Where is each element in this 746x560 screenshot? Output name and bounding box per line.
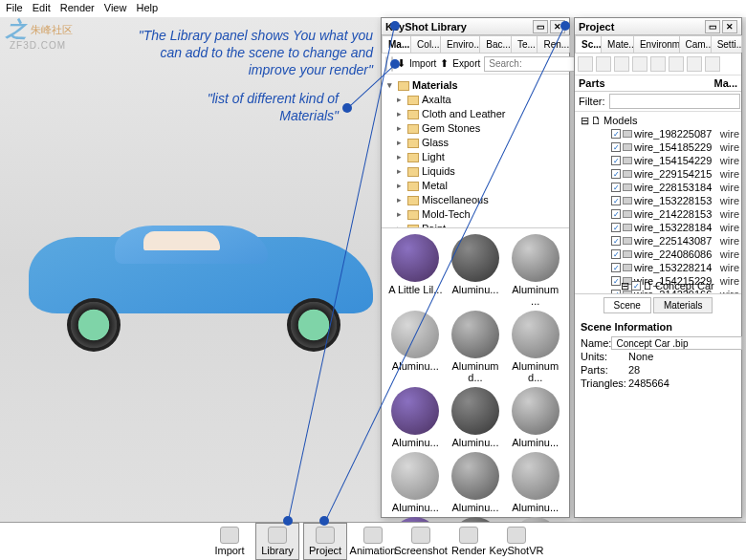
menu-help[interactable]: Help [136, 2, 158, 15]
material-thumb[interactable]: Aluminum d... [507, 311, 563, 383]
tab-textures[interactable]: Te... [511, 35, 538, 53]
material-thumb[interactable]: A Little Lil... [387, 234, 444, 307]
export-label: Export [452, 58, 480, 69]
scene-part[interactable]: ✓wire_229154215wire [577, 167, 739, 181]
col-parts[interactable]: Parts [575, 75, 711, 91]
tool-icon[interactable] [632, 56, 647, 72]
annotation-dot [319, 516, 329, 526]
tree-folder[interactable]: ▸Cloth and Leather [385, 107, 565, 121]
tree-folder[interactable]: ▸Liquids [385, 164, 565, 179]
restore-icon[interactable]: ▭ [533, 20, 548, 33]
material-thumb[interactable]: Aluminum ... [507, 234, 563, 307]
material-thumb[interactable]: Aluminu... [507, 387, 563, 448]
tool-icon[interactable] [669, 56, 684, 72]
tree-folder[interactable]: ▸Light [385, 150, 565, 164]
material-thumb[interactable]: Aluminum d... [448, 311, 504, 383]
tab-environments[interactable]: Enviro... [440, 35, 480, 53]
project-titlebar[interactable]: Project ▭ ✕ [575, 18, 741, 35]
material-thumbnails: A Little Lil...Aluminu...Aluminum ...Alu… [382, 227, 569, 560]
info-parts-value: 28 [628, 363, 640, 377]
tool-icon[interactable] [705, 56, 720, 72]
project-title: Project [579, 21, 614, 32]
tab-settings[interactable]: Setti... [711, 35, 742, 53]
watermark-url: ZF3D.COM [10, 40, 66, 51]
render-icon [459, 527, 478, 544]
menu-view[interactable]: View [104, 2, 127, 15]
filter-input[interactable] [609, 94, 740, 109]
tab-materials[interactable]: Mate... [601, 35, 634, 53]
move-icon[interactable] [596, 56, 611, 72]
tool-icon[interactable] [614, 56, 629, 72]
info-parts-key: Parts: [581, 363, 628, 377]
annotation-dot [390, 59, 400, 69]
tool-animation[interactable]: Animation [351, 523, 395, 560]
tool-screenshot[interactable]: Screenshot [399, 523, 443, 560]
scene-columns: Parts Ma... [575, 75, 741, 92]
tab-environment[interactable]: Environm... [633, 35, 680, 53]
setting-icon[interactable] [578, 56, 593, 72]
material-thumb[interactable]: Aluminu... [448, 452, 504, 513]
project-icon [316, 527, 335, 544]
tab-colors[interactable]: Col... [410, 35, 441, 53]
tree-folder[interactable]: ▸Glass [385, 136, 565, 150]
tool-keyshotvr[interactable]: KeyShotVR [494, 523, 538, 560]
tab-backplates[interactable]: Bac... [479, 35, 512, 53]
tree-models[interactable]: ⊟🗋Models [577, 114, 739, 127]
info-triangles-key: Triangles: [581, 377, 628, 390]
menu-bar: File Edit Render View Help [0, 0, 746, 17]
annotation-dot [283, 516, 293, 526]
menu-file[interactable]: File [6, 2, 23, 15]
materials-tree[interactable]: ▾Materials ▸Axalta▸Cloth and Leather▸Gem… [382, 75, 569, 227]
material-thumb[interactable]: Aluminu... [387, 387, 444, 448]
library-titlebar[interactable]: KeyShot Library ▭ ✕ [382, 18, 569, 35]
annotation-library: "The Library panel shows You what you ca… [124, 27, 373, 79]
annotation-dot [342, 103, 352, 113]
menu-edit[interactable]: Edit [33, 2, 51, 15]
tree-folder[interactable]: ▸Miscellaneous [385, 193, 565, 207]
restore-icon[interactable]: ▭ [705, 20, 720, 33]
close-icon[interactable]: ✕ [722, 20, 737, 33]
material-thumb[interactable]: Aluminu... [448, 387, 504, 448]
import-label: Import [409, 58, 436, 69]
screenshot-icon [411, 527, 430, 544]
col-materials[interactable]: Ma... [711, 75, 741, 91]
scene-part[interactable]: ✓wire_228153184wire [577, 181, 739, 194]
library-icon [268, 527, 287, 544]
annotation-materials: "list of different kind of Materials" [205, 90, 339, 124]
tool-render[interactable]: Render [447, 523, 491, 560]
library-panel: KeyShot Library ▭ ✕ Ma... Col... Enviro.… [381, 17, 570, 518]
tree-concept-car[interactable]: ⊟✓🗋Concept Car [603, 219, 741, 293]
tree-folder[interactable]: ▸Gem Stones [385, 121, 565, 136]
filter-label: Filter: [579, 96, 605, 107]
tool-icon[interactable] [687, 56, 702, 72]
project-tabs: Sc... Mate... Environm... Cam... Setti..… [575, 35, 741, 54]
tree-folder[interactable]: ▸Axalta [385, 93, 565, 107]
tab-scene[interactable]: Sc... [575, 35, 602, 53]
tool-import[interactable]: Import [208, 523, 252, 560]
annotation-dot [560, 21, 570, 31]
scene-part[interactable]: ✓wire_198225087wire [577, 127, 739, 140]
menu-render[interactable]: Render [60, 2, 95, 15]
scene-part[interactable]: ✓wire_154154229wire [577, 154, 739, 167]
info-triangles-value: 2485664 [628, 377, 669, 390]
tool-project[interactable]: Project [303, 523, 347, 560]
scene-tree[interactable]: ⊟🗋Models ⊟✓🗋Concept Car ✓wire_198225087w… [575, 112, 741, 293]
tool-library[interactable]: Library [255, 523, 299, 560]
material-thumb[interactable]: Aluminu... [448, 234, 504, 307]
material-thumb[interactable]: Aluminu... [507, 452, 563, 513]
animation-icon [363, 527, 383, 544]
tool-icon[interactable] [650, 56, 666, 72]
scene-part[interactable]: ✓wire_154185229wire [577, 140, 739, 154]
tab-camera[interactable]: Cam... [679, 35, 712, 53]
car-model [29, 218, 373, 352]
library-tabs: Ma... Col... Enviro... Bac... Te... Ren.… [382, 35, 569, 54]
bottom-toolbar: Import Library Project Animation Screens… [0, 522, 746, 560]
project-toolbar [575, 54, 741, 75]
export-icon[interactable]: ⬆ [440, 57, 449, 70]
project-panel: Project ▭ ✕ Sc... Mate... Environm... Ca… [574, 17, 742, 518]
tab-materials[interactable]: Ma... [382, 35, 411, 53]
tree-folder[interactable]: ▸Metal [385, 179, 565, 193]
scene-part[interactable]: ✓wire_153228153wire [577, 194, 739, 207]
filter-row: Filter: [575, 92, 741, 112]
material-thumb[interactable]: Aluminu... [387, 452, 444, 513]
